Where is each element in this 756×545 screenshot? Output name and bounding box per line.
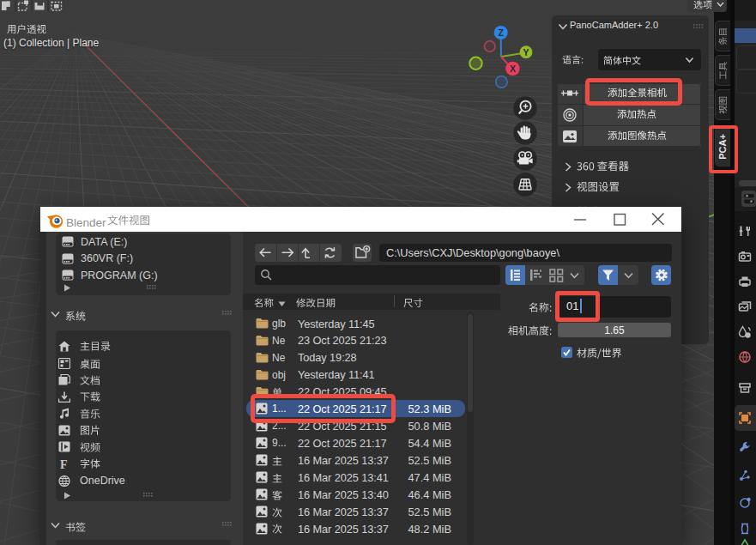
svg-text:Z: Z xyxy=(498,27,504,38)
svg-text:X: X xyxy=(510,64,516,74)
svg-text:F: F xyxy=(60,458,68,469)
svg-text:Y: Y xyxy=(523,47,529,58)
